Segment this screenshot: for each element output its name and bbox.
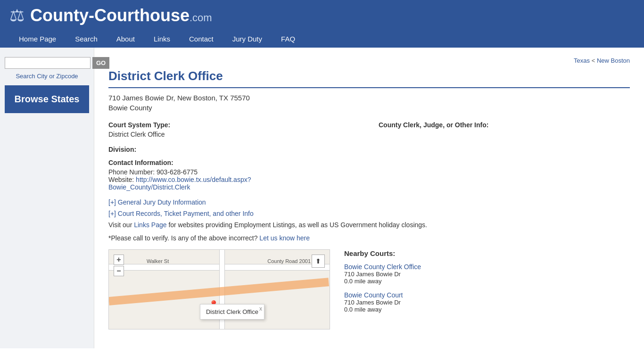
court-system-col: Court System Type: District Clerk Office bbox=[108, 121, 360, 138]
bottom-section: + − ⬆ Walker St County Road 2001 📍 x Dis… bbox=[108, 249, 630, 329]
map-zoom-in-button[interactable]: + bbox=[114, 255, 124, 265]
verify-prefix: *Please call to verify. Is any of the ab… bbox=[108, 234, 259, 242]
nearby-court-address: 710 James Bowie Dr bbox=[344, 271, 630, 278]
map-label-walker-st: Walker St bbox=[147, 258, 169, 264]
breadcrumb-city[interactable]: New Boston bbox=[597, 57, 630, 64]
nearby-court-address: 710 James Bowie Dr bbox=[344, 299, 630, 306]
main-content: Texas < New Boston District Clerk Office… bbox=[94, 48, 644, 348]
map-popup-label: District Clerk Office bbox=[206, 308, 258, 315]
links-page-link[interactable]: Links Page bbox=[134, 221, 166, 229]
court-records-link[interactable]: [+] Court Records, Ticket Payment, and o… bbox=[108, 210, 630, 217]
address: 710 James Bowie Dr, New Boston, TX 75570 bbox=[108, 94, 630, 102]
nearby-courts-title: Nearby Courts: bbox=[344, 249, 630, 257]
nav-item-contact[interactable]: Contact bbox=[180, 30, 223, 48]
website-line: Website: http://www.co.bowie.tx.us/defau… bbox=[108, 176, 630, 191]
breadcrumb-state[interactable]: Texas bbox=[574, 57, 590, 64]
judge-col: County Clerk, Judge, or Other Info: bbox=[379, 121, 630, 138]
search-input[interactable] bbox=[5, 57, 91, 69]
map-container: + − ⬆ Walker St County Road 2001 📍 x Dis… bbox=[108, 249, 330, 329]
scales-icon: ⚖ bbox=[9, 6, 25, 25]
main-nav: Home PageSearchAboutLinksContactJury Dut… bbox=[9, 30, 635, 48]
page-title: District Clerk Office bbox=[108, 69, 630, 88]
site-name: County-Courthouse bbox=[30, 6, 190, 25]
nav-item-home[interactable]: Home Page bbox=[9, 30, 66, 48]
header: ⚖ County-Courthouse.com Home PageSearchA… bbox=[0, 0, 644, 48]
let-us-know-link[interactable]: Let us know here bbox=[259, 234, 310, 242]
links-text: Visit our Links Page for websites provid… bbox=[108, 221, 630, 229]
search-label: Search City or Zipcode bbox=[5, 73, 89, 80]
division-label: Division: bbox=[108, 146, 630, 153]
nearby-court-distance: 0.0 mile away bbox=[344, 278, 630, 285]
court-system-label: Court System Type: bbox=[108, 121, 360, 129]
nav-item-search[interactable]: Search bbox=[66, 30, 107, 48]
nearby-court-item: Bowie County Clerk Office 710 James Bowi… bbox=[344, 263, 630, 285]
breadcrumb-separator: < bbox=[590, 57, 597, 64]
links-text-prefix: Visit our bbox=[108, 221, 134, 229]
contact-label: Contact Information: bbox=[108, 159, 630, 166]
court-system-value: District Clerk Office bbox=[108, 131, 360, 138]
nearby-court-name[interactable]: Bowie County Court bbox=[344, 291, 630, 299]
nearby-courts: Nearby Courts: Bowie County Clerk Office… bbox=[339, 249, 630, 329]
jury-duty-link[interactable]: [+] General Jury Duty Information bbox=[108, 198, 630, 206]
search-box-container: GO bbox=[5, 57, 89, 69]
phone: Phone Number: 903-628-6775 bbox=[108, 168, 630, 176]
breadcrumb: Texas < New Boston bbox=[108, 57, 630, 64]
content-wrapper: GO Search City or Zipcode Browse States … bbox=[0, 48, 644, 348]
nearby-court-name[interactable]: Bowie County Clerk Office bbox=[344, 263, 630, 271]
browse-states-button[interactable]: Browse States bbox=[5, 85, 89, 113]
judge-label: County Clerk, Judge, or Other Info: bbox=[379, 121, 630, 129]
nearby-court-distance: 0.0 mile away bbox=[344, 306, 630, 313]
nav-item-faq[interactable]: FAQ bbox=[272, 30, 305, 48]
contact-section: Contact Information: Phone Number: 903-6… bbox=[108, 159, 630, 191]
nav-item-about[interactable]: About bbox=[107, 30, 144, 48]
map-label-county-road: County Road 2001 bbox=[267, 258, 311, 264]
details-grid: Court System Type: District Clerk Office… bbox=[108, 121, 630, 138]
sidebar: GO Search City or Zipcode Browse States bbox=[0, 48, 94, 348]
division-section: Division: bbox=[108, 146, 630, 153]
website-prefix: Website: bbox=[108, 176, 136, 183]
header-top: ⚖ County-Courthouse.com bbox=[9, 6, 635, 30]
map-popup: x District Clerk Office bbox=[200, 304, 264, 320]
nav-item-links[interactable]: Links bbox=[144, 30, 180, 48]
nearby-courts-list: Bowie County Clerk Office 710 James Bowi… bbox=[344, 263, 630, 313]
verify-text: *Please call to verify. Is any of the ab… bbox=[108, 234, 630, 242]
links-text-suffix: for websites providing Employment Listin… bbox=[167, 221, 427, 229]
map-zoom-out-button[interactable]: − bbox=[114, 266, 124, 276]
site-title: County-Courthouse.com bbox=[30, 6, 212, 25]
nearby-court-item: Bowie County Court 710 James Bowie Dr 0.… bbox=[344, 291, 630, 313]
site-com: .com bbox=[190, 12, 212, 24]
county: Bowie County bbox=[108, 104, 630, 112]
nav-item-jury-duty[interactable]: Jury Duty bbox=[223, 30, 272, 48]
map-popup-close[interactable]: x bbox=[259, 305, 262, 312]
map-share-button[interactable]: ⬆ bbox=[312, 255, 325, 268]
